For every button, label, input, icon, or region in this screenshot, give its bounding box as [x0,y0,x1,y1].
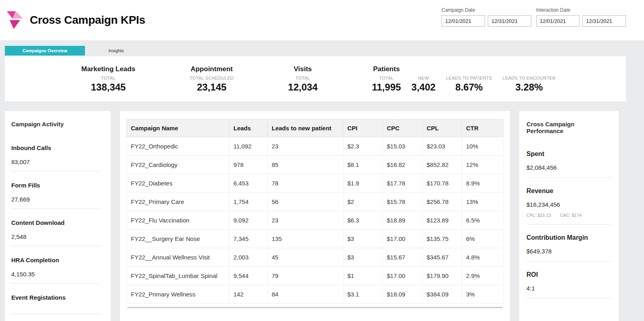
brand: Cross Campaign KPIs [6,10,145,30]
table-cell: 2.9% [462,267,504,285]
table-cell: $15.67 [383,248,423,267]
table-row[interactable]: FY22_Diabetes6,45378$1.9$17.78$170.788.9… [127,174,504,193]
metric-label: Spent [526,150,611,158]
kpi-group-title: Visits [294,65,312,75]
campaign-date-label: Campaign Date [442,7,531,13]
table-cell: $2.3 [343,137,383,156]
table-row[interactable]: FY22_Cardiology97885$8.1$16.82$852.8212% [127,156,504,174]
column-header[interactable]: CPL [423,119,462,137]
performance-panel: Cross Campaign Performance Spent$2,084,4… [519,111,619,321]
table-cell: 135 [268,230,343,248]
column-header[interactable]: Campaign Name [127,119,229,137]
table-cell: FY22_Flu Vaccination [127,211,229,230]
kpi-metric: LEADS TO PATIENTS8.67% [446,65,492,101]
table-row[interactable]: FY22__Surgery Ear Nose7,345135$3$17.00$1… [127,230,504,248]
metric-value: $2,084,456 [526,164,611,171]
table-cell: 8.9% [462,174,504,193]
kpi-value: 3.28% [516,82,543,93]
kpi-metric: VisitsTOTAL12,034 [288,65,318,101]
logo-icon [6,10,24,30]
kpi-group: VisitsTOTAL12,034 [288,65,318,101]
table-cell: 3% [462,285,504,304]
metric-value: $16,234,456 [526,201,611,208]
table-cell: $345.67 [423,248,462,267]
kpi-metric: LEADS TO ENCOUNTER3.28% [502,65,555,101]
table-cell: 45 [268,248,343,267]
date-filters: Campaign Date Interaction Date [442,0,626,27]
campaign-activity-list: Inbound Calls83,007Form Fills27,669Conte… [11,134,103,314]
table-row[interactable]: FY22_Flu Vaccination9,09223$6.3$18.89$12… [127,211,504,230]
table-cell: $6.3 [343,211,383,230]
table-cell: $256.78 [423,193,462,211]
table-cell: $3 [343,230,383,248]
table-cell: $16.82 [383,156,423,174]
table-cell: 10% [462,137,504,156]
column-header[interactable]: CPC [383,119,423,137]
table-header-row: Campaign NameLeadsLeads to new patientCP… [127,119,504,137]
campaign-activity-panel: Campaign Activity Inbound Calls83,007For… [5,111,111,321]
kpi-label: NEW [418,76,429,80]
table-cell: 56 [268,193,343,211]
page: Cross Campaign KPIs Campaign Date Intera… [0,0,644,321]
column-header[interactable]: Leads [229,119,268,137]
kpi-label: TOTAL [379,76,394,80]
column-header[interactable]: CTR [462,119,504,137]
table-cell: FY22_SpinalTab_Lumbar Spinal [127,267,229,285]
table-cell: 6.5% [462,211,504,230]
activity-value: 2,548 [11,233,100,240]
table-cell: FY22_Primary Care [127,193,229,211]
metric-value: 4:1 [526,285,611,292]
table-cell: $1.9 [343,174,383,193]
interaction-date-end-input[interactable] [582,15,626,27]
table-row[interactable]: FY22_Orthopedic11,09223$2.3$15.03$23.031… [127,137,504,156]
kpi-value: 23,145 [197,82,226,93]
activity-label: Inbound Calls [11,144,100,151]
table-cell: FY22_Diabetes [127,174,229,193]
kpi-value: 12,034 [288,82,318,93]
table-row[interactable]: FY22_SpinalTab_Lumbar Spinal9,54479$1$17… [127,267,504,285]
activity-value: 4,150.35 [11,271,100,278]
table-cell: 23 [268,211,343,230]
activity-item: Inbound Calls83,007 [11,134,100,171]
table-cell: 78 [268,174,343,193]
campaign-date-end-input[interactable] [488,15,531,27]
kpi-group: AppointmentTOTAL SCHEDULED23,145 [190,65,233,101]
campaign-table-card: Campaign NameLeadsLeads to new patientCP… [120,111,510,321]
kpi-label: TOTAL [101,76,116,80]
activity-item: HRA Completion4,150.35 [11,246,100,284]
page-title: Cross Campaign KPIs [30,14,145,27]
activity-value: 83,007 [11,158,100,165]
table-horizontal-scrollbar[interactable] [127,307,503,308]
table-cell: FY22__Surgery Ear Nose [127,230,229,248]
activity-label: Event Registations [11,294,100,301]
campaign-date-start-input[interactable] [442,15,485,27]
column-header[interactable]: CPI [343,119,383,137]
campaign-activity-title: Campaign Activity [11,121,103,128]
kpi-metric: NEW3,402 [411,65,436,101]
table-row[interactable]: FY22_Primary Wellness14284$3.1$18.09$384… [127,285,504,304]
table-cell: 4.8% [462,248,504,267]
kpi-value: 8.67% [455,82,483,93]
kpi-strip: Marketing LeadsTOTAL138,345AppointmentTO… [5,56,626,101]
interaction-date-start-input[interactable] [536,15,580,27]
performance-item: ROI4:1 [526,261,611,298]
metric-detail: CAC: $174 [560,213,582,218]
tab-insights[interactable]: Insights [85,46,147,56]
tab-bar: Campaigns Overview Insights [5,46,644,56]
table-cell: 12% [462,156,504,174]
table-cell: FY22_Primary Wellness [127,285,229,304]
table-cell: $17.00 [383,267,423,285]
column-header[interactable]: Leads to new patient [268,119,343,137]
table-row[interactable]: FY22_Primary Care1,75456$2$15.78$256.781… [127,193,504,211]
tab-campaigns-overview[interactable]: Campaigns Overview [5,46,85,56]
table-cell: 9,544 [229,267,268,285]
table-row[interactable]: FY22__Annual Wellness Visit2,00345$3$15.… [127,248,504,267]
metric-value: $649,378 [526,248,611,255]
kpi-group-title: Patients [373,65,400,75]
kpi-metric: AppointmentTOTAL SCHEDULED23,145 [190,65,233,101]
metric-details: CPL: $15.13CAC: $174 [526,213,611,218]
header: Cross Campaign KPIs Campaign Date Intera… [0,0,644,40]
kpi-group: PatientsTOTAL11,995NEW3,402LEADS TO PATI… [372,65,556,101]
table-cell: 11,092 [229,137,268,156]
performance-item: Revenue$16,234,456CPL: $15.13CAC: $174 [526,178,611,224]
